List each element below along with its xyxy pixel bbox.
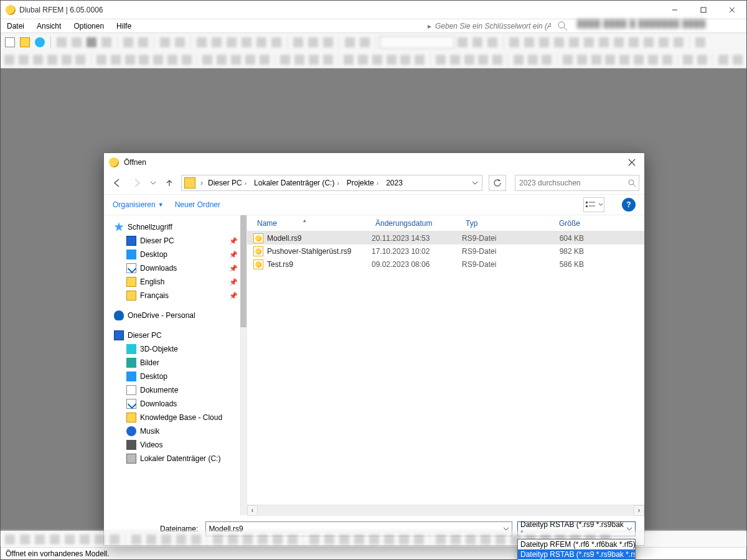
view-mode-dropdown[interactable] [583,197,604,212]
filetype-listbox[interactable]: Dateityp RFEM (*.rf6 *.rf6bak *.rf5)Date… [517,539,636,560]
col-name: Name▴ [253,219,372,228]
svg-rect-11 [586,205,588,207]
pin-icon: 📌 [229,278,238,286]
window-maximize-button[interactable] [689,1,718,19]
col-date: Änderungsdatum [372,219,462,228]
crumb-pc[interactable]: Dieser PC› [204,175,250,190]
svg-rect-1 [701,7,706,12]
nav-pc-child[interactable]: Musik [108,424,240,438]
pin-icon: 📌 [229,264,238,273]
keyword-search[interactable]: ▸ [424,19,572,32]
svg-line-5 [564,27,567,30]
tb-cloud[interactable] [33,35,47,49]
pin-icon: 📌 [229,237,238,245]
command-row: Organisieren ▼ Neuer Ordner ? [104,194,644,215]
nav-back-button[interactable] [109,175,125,191]
breadcrumb-dropdown[interactable] [469,175,481,190]
app-title: Dlubal RFEM | 6.05.0006 [19,6,103,14]
file-row[interactable]: Pushover-Stahlgerüst.rs917.10.2023 10:02… [247,245,644,258]
breadcrumb-bar[interactable]: › Dieser PC› Lokaler Datenträger (C:)› P… [181,175,482,191]
folder-icon [184,177,195,189]
filetype-option[interactable]: Dateityp RFEM (*.rf6 *.rf6bak *.rf5) [518,539,635,549]
keyword-search-input[interactable] [434,21,552,32]
nav-this-pc[interactable]: Dieser PC [108,329,240,342]
sort-asc-icon: ▴ [303,217,306,223]
file-row[interactable]: Modell.rs920.11.2023 14:53RS9-Datei604 K… [247,231,644,245]
nav-pc-child[interactable]: Videos [108,438,240,452]
nav-forward-button[interactable] [129,175,145,191]
app-window: Dlubal RFEM | 6.05.0006 Datei Ansicht Op… [0,0,747,560]
menu-ansicht[interactable]: Ansicht [31,19,67,32]
svg-point-8 [629,180,634,185]
crumb-2023[interactable]: 2023 [382,175,406,190]
nav-pc-child[interactable]: 3D-Objekte [108,342,240,356]
nav-pinned-item[interactable]: Français📌 [108,289,240,302]
refresh-button[interactable] [489,175,506,191]
rs9-file-icon [253,246,263,256]
col-size: Größe [535,219,584,228]
svg-line-9 [633,184,636,187]
pin-icon: 📌 [229,292,238,300]
help-button[interactable]: ? [622,198,636,212]
nav-recent-dropdown[interactable] [149,175,157,191]
nav-pc-child[interactable]: Downloads [108,397,240,411]
menubar: Datei Ansicht Optionen Hilfe ▸ ████ ████… [1,19,746,33]
crumb-disk[interactable]: Lokaler Datenträger (C:)› [250,175,343,190]
navpane-scrollbar[interactable] [240,215,247,515]
window-minimize-button[interactable] [660,1,689,19]
search-icon [627,179,636,187]
svg-rect-10 [586,202,588,203]
licence-info: ████ ████ █ ███████ ████ [572,19,746,32]
status-text: Öffnet ein vorhandenes Modell. [6,549,110,558]
nav-pc-child[interactable]: Bilder [108,356,240,370]
main-toolbars [1,33,746,68]
pin-icon: 📌 [229,251,238,259]
tb-new[interactable] [3,35,17,49]
crumb-projekte[interactable]: Projekte› [343,175,382,190]
app-icon [6,5,16,15]
file-list[interactable]: Modell.rs920.11.2023 14:53RS9-Datei604 K… [247,231,644,505]
rs9-file-icon [253,259,263,269]
titlebar: Dlubal RFEM | 6.05.0006 [1,1,746,19]
navigation-pane: SchnellzugriffDieser PC📌Desktop📌Download… [104,215,247,515]
menu-hilfe[interactable]: Hilfe [110,19,138,32]
nav-pc-child[interactable]: Knowledge Base - Cloud [108,411,240,424]
nav-pinned-item[interactable]: Downloads📌 [108,261,240,275]
file-row[interactable]: Test.rs909.02.2023 08:06RS9-Datei586 KB [247,258,644,271]
nav-pinned-item[interactable]: Dieser PC📌 [108,234,240,248]
workspace: Öffnen [1,68,746,531]
dialog-navrow: › Dieser PC› Lokaler Datenträger (C:)› P… [104,172,644,194]
hscroll-right[interactable]: › [634,505,644,516]
play-icon: ▸ [428,22,431,30]
file-listpane: Name▴ Änderungsdatum Typ Größe Modell.rs… [247,215,644,515]
filetype-option[interactable]: Dateityp RSTAB (*.rs9 *.rs9bak *.rs8) [518,549,635,559]
dialog-search-input[interactable] [518,178,627,188]
tb-open[interactable] [18,35,32,49]
dialog-icon [109,157,119,167]
svg-point-4 [558,22,565,28]
window-close-button[interactable] [718,1,746,19]
nav-pinned-item[interactable]: English📌 [108,275,240,289]
open-dialog: Öffnen [103,152,645,546]
nav-up-button[interactable] [161,175,177,191]
menu-datei[interactable]: Datei [1,19,31,32]
menu-optionen[interactable]: Optionen [67,19,110,32]
dialog-searchbox[interactable] [515,175,639,191]
nav-quick-access[interactable]: Schnellzugriff [108,220,240,234]
column-headers[interactable]: Name▴ Änderungsdatum Typ Größe [247,215,644,231]
nav-pc-child[interactable]: Lokaler Datenträger (C:) [108,452,240,465]
nav-pinned-item[interactable]: Desktop📌 [108,248,240,261]
nav-pc-child[interactable]: Dokumente [108,383,240,397]
toolbar-row-1 [1,33,746,50]
col-type: Typ [462,219,535,228]
nav-pc-child[interactable]: Desktop [108,370,240,383]
organize-menu[interactable]: Organisieren ▼ [113,200,164,209]
file-list-hscroll[interactable]: ‹ › [247,505,644,515]
rs9-file-icon [253,233,263,243]
new-folder-button[interactable]: Neuer Ordner [175,200,220,209]
dialog-close-button[interactable] [619,153,644,172]
nav-onedrive[interactable]: OneDrive - Personal [108,309,240,322]
hscroll-left[interactable]: ‹ [247,505,258,516]
dialog-titlebar: Öffnen [104,153,644,172]
dialog-title: Öffnen [124,158,146,167]
